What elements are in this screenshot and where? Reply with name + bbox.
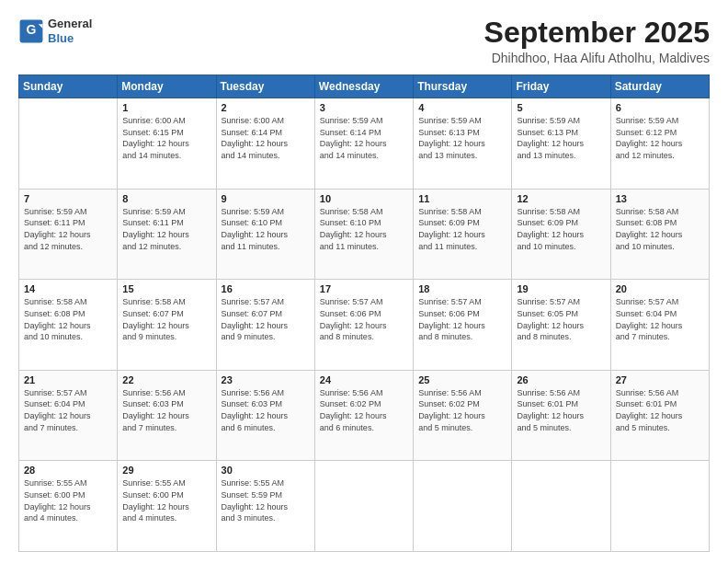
day-info: Sunrise: 5:56 AM Sunset: 6:01 PM Dayligh… — [517, 387, 605, 433]
day-header-wednesday: Wednesday — [314, 75, 413, 98]
day-info: Sunrise: 5:56 AM Sunset: 6:03 PM Dayligh… — [222, 387, 310, 433]
header: G General Blue September 2025 Dhihdhoo, … — [18, 17, 710, 65]
calendar-cell — [414, 461, 512, 552]
title-block: September 2025 Dhihdhoo, Haa Alifu Athol… — [484, 17, 710, 65]
day-number: 25 — [418, 374, 506, 385]
day-header-friday: Friday — [512, 75, 610, 98]
day-info: Sunrise: 5:57 AM Sunset: 6:06 PM Dayligh… — [418, 296, 506, 342]
calendar-cell: 15Sunrise: 5:58 AM Sunset: 6:07 PM Dayli… — [118, 280, 216, 371]
calendar-week-3: 14Sunrise: 5:58 AM Sunset: 6:08 PM Dayli… — [19, 280, 710, 371]
logo-icon: G — [18, 18, 44, 44]
calendar-cell: 2Sunrise: 6:00 AM Sunset: 6:14 PM Daylig… — [216, 98, 314, 190]
day-info: Sunrise: 5:59 AM Sunset: 6:11 PM Dayligh… — [122, 206, 210, 252]
day-number: 18 — [418, 283, 506, 294]
calendar-header-row: SundayMondayTuesdayWednesdayThursdayFrid… — [19, 75, 710, 98]
day-number: 14 — [24, 283, 112, 294]
day-number: 10 — [320, 193, 408, 204]
calendar-cell: 27Sunrise: 5:56 AM Sunset: 6:01 PM Dayli… — [610, 370, 709, 461]
day-info: Sunrise: 5:56 AM Sunset: 6:02 PM Dayligh… — [418, 387, 506, 433]
day-info: Sunrise: 6:00 AM Sunset: 6:14 PM Dayligh… — [222, 115, 310, 161]
day-number: 8 — [122, 193, 210, 204]
day-number: 12 — [517, 193, 605, 204]
day-info: Sunrise: 6:00 AM Sunset: 6:15 PM Dayligh… — [122, 115, 210, 161]
calendar-week-2: 7Sunrise: 5:59 AM Sunset: 6:11 PM Daylig… — [19, 189, 710, 280]
day-number: 22 — [122, 374, 210, 385]
calendar-cell: 1Sunrise: 6:00 AM Sunset: 6:15 PM Daylig… — [118, 98, 216, 190]
day-info: Sunrise: 5:58 AM Sunset: 6:07 PM Dayligh… — [122, 296, 210, 342]
calendar-cell: 26Sunrise: 5:56 AM Sunset: 6:01 PM Dayli… — [512, 370, 610, 461]
day-number: 24 — [320, 374, 408, 385]
calendar-week-1: 1Sunrise: 6:00 AM Sunset: 6:15 PM Daylig… — [19, 98, 710, 190]
calendar-cell: 11Sunrise: 5:58 AM Sunset: 6:09 PM Dayli… — [414, 189, 512, 280]
day-info: Sunrise: 5:59 AM Sunset: 6:12 PM Dayligh… — [616, 115, 704, 161]
calendar-cell: 7Sunrise: 5:59 AM Sunset: 6:11 PM Daylig… — [19, 189, 118, 280]
day-info: Sunrise: 5:59 AM Sunset: 6:11 PM Dayligh… — [24, 206, 112, 252]
day-info: Sunrise: 5:58 AM Sunset: 6:08 PM Dayligh… — [24, 296, 112, 342]
day-number: 9 — [222, 193, 310, 204]
day-header-thursday: Thursday — [414, 75, 512, 98]
page: G General Blue September 2025 Dhihdhoo, … — [0, 0, 728, 563]
calendar-week-4: 21Sunrise: 5:57 AM Sunset: 6:04 PM Dayli… — [19, 370, 710, 461]
day-number: 29 — [122, 465, 210, 476]
svg-text:G: G — [27, 22, 37, 37]
day-info: Sunrise: 5:58 AM Sunset: 6:08 PM Dayligh… — [616, 206, 704, 252]
day-number: 3 — [320, 102, 408, 113]
day-number: 2 — [222, 102, 310, 113]
calendar-cell: 20Sunrise: 5:57 AM Sunset: 6:04 PM Dayli… — [610, 280, 709, 371]
logo-line2: Blue — [48, 31, 92, 46]
location-subtitle: Dhihdhoo, Haa Alifu Atholhu, Maldives — [484, 51, 710, 65]
day-number: 15 — [122, 283, 210, 294]
day-number: 11 — [418, 193, 506, 204]
day-number: 6 — [616, 102, 704, 113]
calendar-cell — [610, 461, 709, 552]
calendar-cell: 9Sunrise: 5:59 AM Sunset: 6:10 PM Daylig… — [216, 189, 314, 280]
day-number: 5 — [517, 102, 605, 113]
calendar-cell: 24Sunrise: 5:56 AM Sunset: 6:02 PM Dayli… — [314, 370, 413, 461]
calendar-cell — [512, 461, 610, 552]
calendar-cell: 17Sunrise: 5:57 AM Sunset: 6:06 PM Dayli… — [314, 280, 413, 371]
day-info: Sunrise: 5:56 AM Sunset: 6:02 PM Dayligh… — [320, 387, 408, 433]
day-header-monday: Monday — [118, 75, 216, 98]
day-header-tuesday: Tuesday — [216, 75, 314, 98]
day-number: 30 — [222, 465, 310, 476]
day-header-saturday: Saturday — [610, 75, 709, 98]
calendar-cell: 22Sunrise: 5:56 AM Sunset: 6:03 PM Dayli… — [118, 370, 216, 461]
day-number: 17 — [320, 283, 408, 294]
logo: G General Blue — [18, 17, 92, 45]
day-number: 1 — [122, 102, 210, 113]
day-info: Sunrise: 5:56 AM Sunset: 6:03 PM Dayligh… — [122, 387, 210, 433]
day-number: 28 — [24, 465, 112, 476]
calendar-cell: 12Sunrise: 5:58 AM Sunset: 6:09 PM Dayli… — [512, 189, 610, 280]
calendar-cell: 25Sunrise: 5:56 AM Sunset: 6:02 PM Dayli… — [414, 370, 512, 461]
calendar-week-5: 28Sunrise: 5:55 AM Sunset: 6:00 PM Dayli… — [19, 461, 710, 552]
day-number: 4 — [418, 102, 506, 113]
day-info: Sunrise: 5:58 AM Sunset: 6:09 PM Dayligh… — [418, 206, 506, 252]
logo-text: General Blue — [48, 17, 92, 45]
calendar-table: SundayMondayTuesdayWednesdayThursdayFrid… — [18, 75, 710, 552]
calendar-cell: 13Sunrise: 5:58 AM Sunset: 6:08 PM Dayli… — [610, 189, 709, 280]
calendar-cell: 23Sunrise: 5:56 AM Sunset: 6:03 PM Dayli… — [216, 370, 314, 461]
calendar-cell — [19, 98, 118, 190]
calendar-cell: 4Sunrise: 5:59 AM Sunset: 6:13 PM Daylig… — [414, 98, 512, 190]
day-info: Sunrise: 5:57 AM Sunset: 6:04 PM Dayligh… — [24, 387, 112, 433]
day-info: Sunrise: 5:59 AM Sunset: 6:10 PM Dayligh… — [222, 206, 310, 252]
calendar-cell: 8Sunrise: 5:59 AM Sunset: 6:11 PM Daylig… — [118, 189, 216, 280]
calendar-cell: 3Sunrise: 5:59 AM Sunset: 6:14 PM Daylig… — [314, 98, 413, 190]
day-info: Sunrise: 5:59 AM Sunset: 6:14 PM Dayligh… — [320, 115, 408, 161]
day-info: Sunrise: 5:57 AM Sunset: 6:06 PM Dayligh… — [320, 296, 408, 342]
day-number: 26 — [517, 374, 605, 385]
day-info: Sunrise: 5:57 AM Sunset: 6:07 PM Dayligh… — [222, 296, 310, 342]
day-number: 21 — [24, 374, 112, 385]
day-number: 16 — [222, 283, 310, 294]
calendar-cell: 6Sunrise: 5:59 AM Sunset: 6:12 PM Daylig… — [610, 98, 709, 190]
day-number: 23 — [222, 374, 310, 385]
day-number: 20 — [616, 283, 704, 294]
calendar-cell: 10Sunrise: 5:58 AM Sunset: 6:10 PM Dayli… — [314, 189, 413, 280]
day-number: 19 — [517, 283, 605, 294]
calendar-cell: 21Sunrise: 5:57 AM Sunset: 6:04 PM Dayli… — [19, 370, 118, 461]
calendar-cell: 30Sunrise: 5:55 AM Sunset: 5:59 PM Dayli… — [216, 461, 314, 552]
day-info: Sunrise: 5:57 AM Sunset: 6:04 PM Dayligh… — [616, 296, 704, 342]
day-info: Sunrise: 5:55 AM Sunset: 5:59 PM Dayligh… — [222, 477, 310, 523]
calendar-body: 1Sunrise: 6:00 AM Sunset: 6:15 PM Daylig… — [19, 98, 710, 552]
calendar-cell: 16Sunrise: 5:57 AM Sunset: 6:07 PM Dayli… — [216, 280, 314, 371]
